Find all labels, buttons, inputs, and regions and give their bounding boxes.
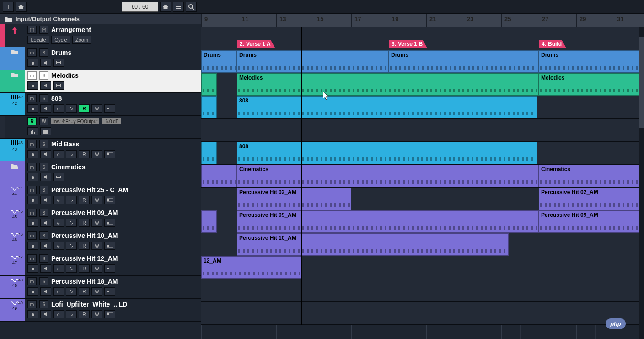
lane-drums[interactable]: DrumsDrumsDrumsDrums: [201, 50, 644, 73]
clip[interactable]: Drums: [237, 50, 389, 73]
track-perc25[interactable]: 4444mSPercussive Hit 25 - C_AM●℮RW: [0, 184, 201, 207]
clip[interactable]: Percussive Hit 09_AM: [539, 210, 639, 233]
rec-icon[interactable]: ●: [27, 81, 38, 90]
ctrl-℮[interactable]: ℮: [53, 219, 64, 227]
marker-m3[interactable]: 4: Build: [539, 40, 566, 48]
rec-icon[interactable]: ●: [27, 310, 38, 318]
lane-perc25[interactable]: Percussive Hit 02_AMPercussive Hit 02_AM: [201, 188, 644, 210]
add-button[interactable]: +: [3, 2, 14, 12]
zoom-button[interactable]: Zoom: [72, 36, 91, 44]
rec-icon[interactable]: ●: [27, 150, 38, 158]
playhead[interactable]: [301, 27, 302, 325]
zoom-ratio-input[interactable]: [122, 2, 158, 12]
read-button[interactable]: R: [79, 219, 90, 227]
vertical-scrollbar[interactable]: [639, 27, 644, 339]
cycle-button[interactable]: Cycle: [51, 36, 70, 44]
link-icon[interactable]: [66, 310, 77, 318]
mute-button[interactable]: m: [27, 48, 37, 57]
ctrl-℮[interactable]: ℮: [53, 104, 64, 113]
search-icon[interactable]: [186, 2, 197, 12]
meter-icon[interactable]: [104, 264, 115, 273]
home2-icon[interactable]: [160, 2, 171, 12]
ctrl-W[interactable]: W: [91, 104, 102, 113]
clips-area[interactable]: 2: Verse 1 A3: Verse 1 B4: BuildDrumsDru…: [201, 27, 644, 325]
link-icon[interactable]: [66, 264, 77, 273]
locate-button[interactable]: Locate: [27, 36, 49, 44]
io-channels-header[interactable]: Input/Output Channels: [0, 14, 201, 24]
solo-button[interactable]: S: [39, 48, 48, 57]
track-lofi[interactable]: 4949mSLofi_Upfilter_White_...LD●℮RW: [0, 299, 201, 322]
ctrl-W[interactable]: W: [91, 287, 102, 296]
track-midbass[interactable]: 4343mSMid Bass●℮RW: [0, 139, 201, 161]
solo-button[interactable]: S: [39, 277, 48, 285]
meter-icon[interactable]: [104, 310, 115, 318]
meter-icon[interactable]: [104, 219, 115, 227]
speaker-icon[interactable]: [40, 104, 51, 113]
track-perc18[interactable]: 4848mSPercussive Hit 18_AM●℮RW: [0, 276, 201, 299]
eq-icon[interactable]: [53, 173, 64, 181]
clip[interactable]: Melodics: [237, 73, 539, 96]
solo-button[interactable]: S: [39, 163, 48, 171]
w-button[interactable]: W: [39, 117, 48, 125]
read-button[interactable]: R: [79, 287, 90, 296]
clip[interactable]: Drums: [201, 50, 237, 73]
lane-cinematics[interactable]: CinematicsCinematics: [201, 165, 644, 188]
ctrl-℮[interactable]: ℮: [53, 310, 64, 318]
speaker-icon[interactable]: [40, 219, 51, 227]
solo-button[interactable]: S: [39, 94, 48, 102]
clip[interactable]: Drums: [389, 50, 539, 73]
track-arrangement[interactable]: Arrangement Locate Cycle Zoom: [0, 24, 201, 47]
link-icon[interactable]: [66, 242, 77, 250]
read-button[interactable]: R: [79, 310, 90, 318]
mute-button[interactable]: m: [27, 209, 37, 217]
mute-button[interactable]: m: [27, 71, 37, 80]
meter-icon[interactable]: [104, 104, 115, 113]
clip[interactable]: Drums: [539, 50, 639, 73]
speaker-icon[interactable]: [40, 242, 51, 250]
home-icon[interactable]: [16, 2, 27, 12]
lane-perc12[interactable]: 12_AM: [201, 256, 644, 279]
mute-button[interactable]: m: [27, 163, 37, 171]
meter-icon[interactable]: [104, 287, 115, 296]
track-melodics[interactable]: mSMelodics●: [0, 70, 201, 93]
solo-button[interactable]: S: [39, 140, 48, 148]
clip[interactable]: [201, 210, 217, 233]
arr-btn-b[interactable]: [39, 26, 48, 34]
mute-button[interactable]: m: [27, 277, 37, 285]
track-808[interactable]: 4242mS808●℮RW: [0, 93, 201, 116]
rec-icon[interactable]: ●: [27, 287, 38, 296]
read-button[interactable]: R: [79, 150, 90, 158]
ctrl-W[interactable]: W: [91, 264, 102, 273]
ctrl-W[interactable]: W: [91, 196, 102, 204]
speaker-icon[interactable]: [40, 81, 51, 90]
clip[interactable]: [201, 96, 217, 118]
rec-icon[interactable]: ●: [27, 196, 38, 204]
marker-lane[interactable]: 2: Verse 1 A3: Verse 1 B4: Build: [201, 27, 644, 50]
meter-icon[interactable]: [104, 196, 115, 204]
rec-icon[interactable]: ●: [27, 219, 38, 227]
solo-button[interactable]: S: [39, 186, 48, 194]
folder-icon[interactable]: [40, 127, 51, 135]
ctrl-℮[interactable]: ℮: [53, 264, 64, 273]
speaker-icon[interactable]: [40, 287, 51, 296]
link-icon[interactable]: [66, 104, 77, 113]
clip[interactable]: Percussive Hit 02_AM: [539, 188, 639, 210]
track-drums[interactable]: mSDrums●: [0, 47, 201, 70]
ctrl-℮[interactable]: ℮: [53, 150, 64, 158]
clip[interactable]: [201, 142, 217, 164]
read-button[interactable]: R: [27, 117, 37, 125]
clip[interactable]: Percussive Hit 09_AM: [237, 210, 539, 233]
clip[interactable]: [201, 73, 217, 96]
timeline-area[interactable]: 91113151719212325272931 2: Verse 1 A3: V…: [201, 14, 644, 339]
read-button[interactable]: R: [79, 242, 90, 250]
scrollbar-thumb[interactable]: [639, 37, 644, 128]
clip[interactable]: Percussive Hit 10_AM: [237, 233, 509, 256]
rec-icon[interactable]: ●: [27, 264, 38, 273]
clip[interactable]: Cinematics: [237, 165, 539, 187]
mute-button[interactable]: m: [27, 231, 37, 240]
mute-button[interactable]: m: [27, 254, 37, 263]
speaker-icon[interactable]: [40, 150, 51, 158]
track-perc09[interactable]: 4545mSPercussive Hit 09_AM●℮RW: [0, 207, 201, 230]
read-button[interactable]: R: [79, 264, 90, 273]
ctrl-W[interactable]: W: [91, 310, 102, 318]
